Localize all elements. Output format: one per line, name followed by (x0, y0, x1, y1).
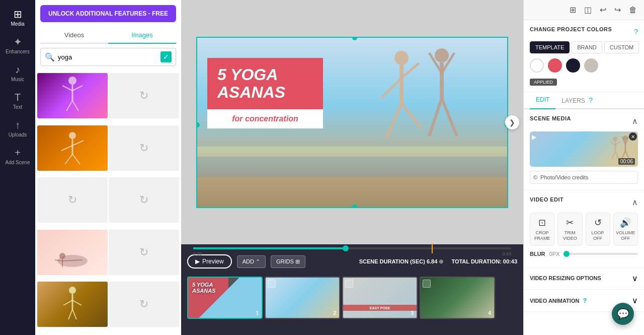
sidebar-item-add-scene[interactable]: + Add Scene (0, 144, 35, 169)
tool-loop-off[interactable]: ↺ LOOPOFF (586, 213, 610, 246)
uploads-icon: ↑ (15, 120, 20, 130)
add-button[interactable]: ADD ⌃ (237, 255, 266, 268)
handle-bottom[interactable] (352, 205, 357, 208)
swatch-white[interactable] (530, 58, 544, 73)
thumbnail-2[interactable]: 2 (265, 277, 340, 319)
color-tab-brand[interactable]: BRAND (572, 41, 602, 53)
scene-media-section: SCENE MEDIA ∧ ▶ ✕ 00:06 (524, 109, 644, 190)
scrubber-handle[interactable] (343, 245, 349, 251)
loop-off-icon: ↺ (594, 217, 602, 228)
media-tabs: Videos Images (40, 27, 176, 44)
left-sidebar: ⊞ Media ✦ Enhancers ♪ Music T Text ↑ Upl… (0, 0, 35, 335)
video-resizing-header[interactable]: VIDEO RESIZING OPTIONS ∨ (530, 274, 638, 283)
scrubber-marker (432, 243, 433, 253)
layers-icon-btn[interactable]: ⊞ (568, 4, 578, 16)
search-clear-button[interactable]: ✓ (160, 51, 172, 62)
tool-crop-frame[interactable]: ⊡ CROPFRAME (530, 213, 554, 246)
svg-line-11 (72, 154, 80, 164)
svg-point-6 (69, 132, 76, 139)
canvas-frame[interactable]: 5 YOGAASANAS for concentration (196, 37, 508, 208)
svg-line-4 (66, 101, 72, 111)
svg-point-0 (68, 77, 76, 85)
image-item-4[interactable]: ↻ (109, 125, 179, 171)
tab-videos[interactable]: Videos (40, 27, 108, 43)
image-item-1[interactable] (37, 73, 108, 118)
tab-layers[interactable]: LAYERS ? (555, 92, 599, 108)
scene-duration-value[interactable]: 6.84 (427, 258, 437, 264)
scrubber[interactable]: 0:00 0:43 (193, 247, 511, 249)
image-item-5[interactable]: ↻ (37, 177, 108, 223)
layers-help-icon[interactable]: ? (589, 96, 593, 104)
video-close-btn[interactable]: ✕ (629, 132, 637, 141)
tool-volume-off[interactable]: 🔊 VOLUMEOFF (613, 213, 638, 246)
sidebar-label-add-scene: Add Scene (6, 160, 30, 165)
sidebar-item-text[interactable]: T Text (0, 88, 35, 114)
thumb-select-3 (345, 280, 353, 288)
svg-line-34 (442, 98, 457, 136)
svg-line-33 (429, 98, 442, 136)
sidebar-item-music[interactable]: ♪ Music (0, 60, 35, 86)
svg-line-5 (72, 101, 78, 111)
thumb-num-1: 1 (256, 310, 259, 316)
image-item-6[interactable]: ↻ (109, 177, 179, 223)
svg-line-26 (401, 63, 419, 78)
video-animation-title: VIDEO ANIMATION ? (530, 297, 587, 304)
layout-icon-btn[interactable]: ◫ (582, 4, 594, 16)
swatch-dark[interactable] (566, 58, 580, 73)
delete-icon-btn[interactable]: 🗑 (627, 4, 639, 16)
canvas-nav-right[interactable]: ❯ (505, 115, 519, 129)
video-thumbnail[interactable]: ▶ ✕ 00:06 (530, 131, 638, 167)
undo-icon-btn[interactable]: ↩ (598, 4, 608, 16)
search-input[interactable] (58, 53, 157, 61)
video-play-icon: ▶ (532, 133, 536, 141)
blur-slider[interactable] (564, 253, 638, 255)
thumbnail-3[interactable]: EASY POSE 3 (342, 277, 418, 319)
sidebar-item-media[interactable]: ⊞ Media (0, 5, 35, 31)
tab-images[interactable]: Images (108, 27, 176, 44)
thumbnail-4[interactable]: 4 (420, 277, 495, 319)
svg-line-10 (65, 154, 72, 164)
credits-row[interactable]: © Photo/Video credits (530, 171, 638, 184)
svg-point-13 (59, 253, 65, 259)
video-animation-help-icon[interactable]: ? (583, 297, 587, 304)
thumbnail-1[interactable]: 5 YOGAASANAS 1 (187, 277, 263, 319)
image-item-8[interactable]: ↻ (109, 230, 179, 275)
enhancers-icon: ✦ (14, 37, 22, 47)
scene-media-collapse-btn[interactable]: ∧ (632, 116, 638, 126)
image-item-9[interactable] (37, 282, 108, 327)
media-panel: UNLOCK ADDITIONAL FEATURES - FREE Videos… (35, 0, 181, 335)
sidebar-item-enhancers[interactable]: ✦ Enhancers (0, 33, 35, 58)
thumb-select-2 (268, 280, 276, 288)
handle-left[interactable] (196, 122, 200, 127)
image-item-10[interactable]: ↻ (109, 282, 179, 327)
video-edit-collapse-btn[interactable]: ∧ (632, 197, 638, 207)
image-item-7[interactable] (37, 230, 108, 275)
image-item-3[interactable] (37, 125, 108, 171)
play-button[interactable]: ▶ Preview (187, 254, 232, 269)
chat-button[interactable]: 💬 (612, 303, 634, 325)
color-tab-template[interactable]: TEMPLATE (530, 41, 570, 53)
color-tab-custom[interactable]: CUSTOM (604, 41, 639, 53)
redo-icon-btn[interactable]: ↪ (612, 4, 623, 16)
thumb-bg-2 (266, 278, 339, 318)
tab-edit[interactable]: EDIT (530, 92, 555, 109)
color-help-icon[interactable]: ? (634, 28, 638, 36)
svg-line-2 (62, 86, 72, 91)
swatch-gray[interactable] (584, 58, 598, 73)
edit-layers-tabs: EDIT LAYERS ? (524, 92, 644, 109)
tool-trim-video[interactable]: ✂ TRIMVIDEO (557, 213, 582, 246)
thumb-bg-3 (343, 278, 417, 318)
sidebar-label-uploads: Uploads (9, 132, 27, 138)
video-resizing-collapse-icon: ∨ (632, 274, 638, 283)
image-item-2[interactable]: ↻ (109, 73, 179, 118)
thumbnails-row: 5 YOGAASANAS 1 2 EASY POSE 3 4 (181, 273, 523, 335)
swatch-red[interactable] (548, 58, 562, 73)
handle-top[interactable] (352, 37, 357, 40)
svg-point-17 (69, 287, 76, 294)
blur-slider-handle[interactable] (564, 251, 570, 257)
sidebar-item-uploads[interactable]: ↑ Uploads (0, 116, 35, 142)
unlock-button[interactable]: UNLOCK ADDITIONAL FEATURES - FREE (40, 5, 176, 22)
timeline-info: SCENE DURATION (SEC) 6.84 ⊕ TOTAL DURATI… (359, 258, 517, 265)
grids-button[interactable]: GRIDS ⊞ (271, 255, 305, 268)
music-icon: ♪ (15, 64, 20, 75)
